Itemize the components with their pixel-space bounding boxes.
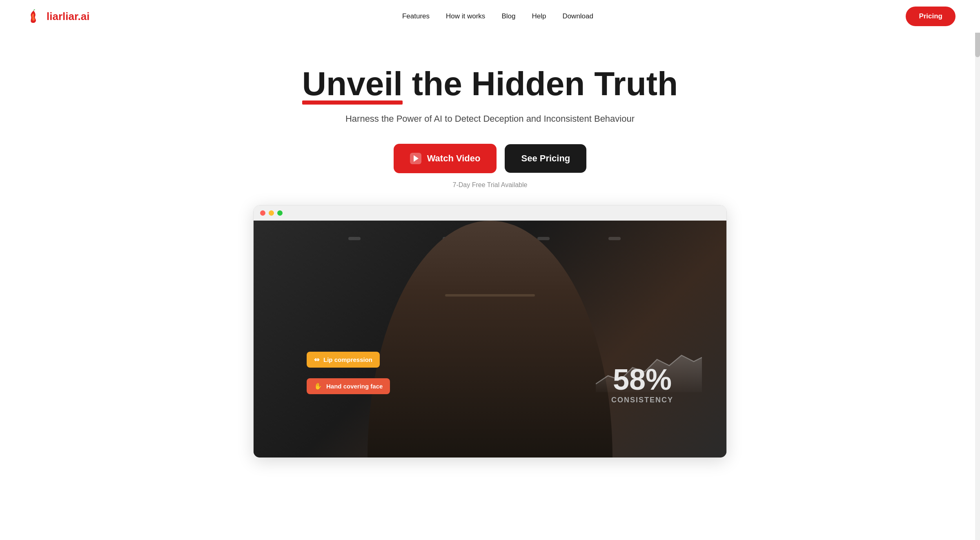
window-maximize-dot xyxy=(277,210,283,216)
logo-liar: liar xyxy=(47,10,62,22)
hand-covering-badge: ✋ Hand covering face xyxy=(307,378,390,394)
consistency-label: CONSISTENCY xyxy=(611,396,673,404)
nav-help[interactable]: Help xyxy=(532,12,546,20)
watch-video-label: Watch Video xyxy=(427,153,481,164)
nav-how-it-works[interactable]: How it works xyxy=(446,12,485,20)
trial-text: 7-Day Free Trial Available xyxy=(453,181,528,189)
see-pricing-button[interactable]: See Pricing xyxy=(505,144,586,173)
hand-badge-label: Hand covering face xyxy=(326,383,383,390)
hand-badge-icon: ✋ xyxy=(314,382,322,390)
navigation: liarliar.ai Features How it works Blog H… xyxy=(0,0,980,33)
hero-subtitle: Harness the Power of AI to Detect Decept… xyxy=(345,114,635,124)
hero-buttons: Watch Video See Pricing xyxy=(394,144,587,173)
nav-download[interactable]: Download xyxy=(562,12,593,20)
hero-title-underline: Unveil xyxy=(302,65,403,102)
watch-video-button[interactable]: Watch Video xyxy=(394,144,497,173)
screen-background: ⇔ Lip compression ✋ Hand covering face xyxy=(254,221,726,457)
ceiling-light-4 xyxy=(608,237,621,240)
window-minimize-dot xyxy=(269,210,274,216)
person-silhouette xyxy=(348,221,632,457)
logo-text: liarliar.ai xyxy=(47,10,90,23)
logo-icon xyxy=(24,7,42,25)
lip-badge-icon: ⇔ xyxy=(314,356,319,364)
nav-pricing-button[interactable]: Pricing xyxy=(906,7,956,26)
consistency-percentage: 58% xyxy=(611,365,673,394)
logo-domain: liar.ai xyxy=(62,10,90,22)
consistency-panel: 58% CONSISTENCY xyxy=(611,365,673,404)
ceiling-light-3 xyxy=(537,237,550,240)
glasses-detail xyxy=(445,294,535,297)
nav-blog[interactable]: Blog xyxy=(501,12,515,20)
play-icon xyxy=(410,153,421,164)
lip-badge-label: Lip compression xyxy=(323,356,372,363)
app-screen-content: ⇔ Lip compression ✋ Hand covering face xyxy=(254,221,726,457)
nav-links: Features How it works Blog Help Download xyxy=(402,12,593,20)
app-preview-window: ⇔ Lip compression ✋ Hand covering face xyxy=(253,205,727,458)
window-close-dot xyxy=(260,210,265,216)
ceiling-light-1 xyxy=(348,237,361,240)
logo-link[interactable]: liarliar.ai xyxy=(24,7,90,25)
hero-title: Unveil the Hidden Truth xyxy=(302,65,678,102)
lip-compression-badge: ⇔ Lip compression xyxy=(307,352,380,368)
nav-features[interactable]: Features xyxy=(402,12,430,20)
hero-section: Unveil the Hidden Truth Harness the Powe… xyxy=(0,33,980,482)
app-titlebar xyxy=(254,205,726,221)
scrollbar-track[interactable] xyxy=(975,0,980,482)
hero-title-rest: the Hidden Truth xyxy=(403,65,678,102)
